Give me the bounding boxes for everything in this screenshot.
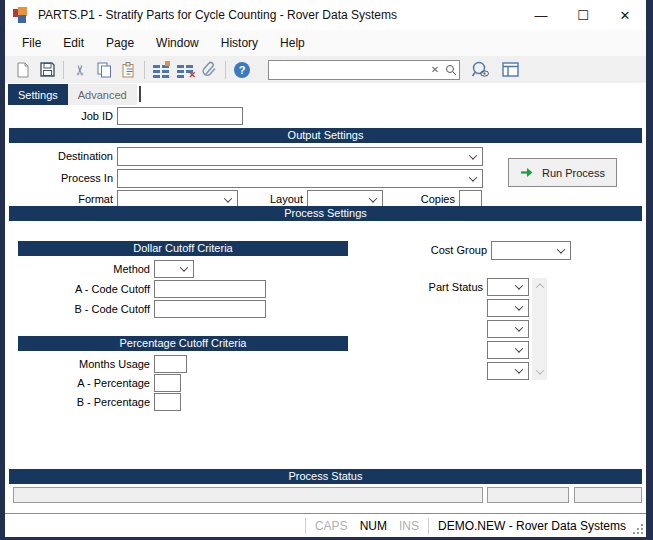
search-input[interactable] bbox=[269, 62, 427, 78]
copy-icon[interactable] bbox=[92, 59, 116, 81]
search-icon[interactable] bbox=[443, 64, 459, 76]
process-status-field-3 bbox=[574, 487, 642, 503]
scroll-down-icon[interactable] bbox=[535, 366, 543, 374]
run-process-button[interactable]: Run Process bbox=[508, 158, 617, 187]
menu-history[interactable]: History bbox=[210, 30, 269, 56]
process-status-header: Process Status bbox=[9, 469, 642, 484]
add-rows-icon[interactable] bbox=[149, 59, 173, 81]
part-status-dropdown-4[interactable] bbox=[487, 341, 529, 359]
form-area: Job ID Output Settings Destination Proce… bbox=[5, 105, 646, 513]
part-status-label: Part Status bbox=[335, 278, 483, 296]
menu-page[interactable]: Page bbox=[95, 30, 145, 56]
tab-bar: Settings Advanced bbox=[5, 83, 646, 105]
part-status-dropdown-5[interactable] bbox=[487, 362, 529, 380]
menu-help[interactable]: Help bbox=[269, 30, 316, 56]
form-layout-icon[interactable] bbox=[498, 59, 522, 81]
process-status-field-main bbox=[13, 487, 483, 503]
a-code-cutoff-input[interactable] bbox=[154, 280, 266, 298]
a-code-cutoff-label: A - Code Cutoff bbox=[5, 280, 150, 298]
menu-bar: File Edit Page Window History Help bbox=[5, 30, 646, 56]
title-bar: PARTS.P1 - Stratify Parts for Cycle Coun… bbox=[5, 0, 646, 30]
cost-group-dropdown[interactable] bbox=[491, 241, 571, 260]
statusbar-context: DEMO.NEW - Rover Data Systems bbox=[432, 519, 632, 533]
a-percentage-input[interactable] bbox=[154, 374, 181, 392]
job-id-input[interactable] bbox=[117, 107, 243, 125]
part-status-dropdown-2[interactable] bbox=[487, 299, 529, 317]
a-percentage-label: A - Percentage bbox=[5, 374, 150, 392]
run-arrow-icon bbox=[520, 167, 535, 178]
app-icon bbox=[13, 7, 29, 23]
process-settings-header: Process Settings bbox=[9, 206, 642, 221]
part-status-scrollbar[interactable] bbox=[532, 278, 547, 380]
app-window: PARTS.P1 - Stratify Parts for Cycle Coun… bbox=[5, 0, 646, 537]
months-usage-input[interactable] bbox=[154, 355, 187, 373]
process-in-label: Process In bbox=[5, 169, 113, 187]
toolbar-separator bbox=[225, 61, 226, 79]
method-dropdown[interactable] bbox=[154, 260, 194, 278]
help-icon[interactable]: ? bbox=[230, 59, 254, 81]
b-percentage-label: B - Percentage bbox=[5, 393, 150, 411]
caps-indicator: CAPS bbox=[309, 519, 354, 533]
toolbar-separator bbox=[63, 61, 64, 79]
paste-icon[interactable] bbox=[116, 59, 140, 81]
dollar-cutoff-header: Dollar Cutoff Criteria bbox=[18, 241, 348, 256]
b-code-cutoff-input[interactable] bbox=[154, 300, 266, 318]
resize-grip[interactable] bbox=[632, 523, 644, 535]
close-icon[interactable]: ✕ bbox=[604, 0, 646, 30]
delete-rows-icon[interactable]: ✕ bbox=[173, 59, 197, 81]
toolbar-separator bbox=[144, 61, 145, 79]
statusbar-separator bbox=[305, 518, 306, 534]
cut-icon[interactable]: ✂ bbox=[68, 59, 92, 81]
process-in-dropdown[interactable] bbox=[117, 169, 483, 188]
output-settings-header: Output Settings bbox=[9, 128, 642, 143]
scroll-up-icon[interactable] bbox=[535, 283, 543, 291]
menu-window[interactable]: Window bbox=[145, 30, 210, 56]
clear-search-icon[interactable]: ✕ bbox=[427, 64, 443, 75]
run-process-label: Run Process bbox=[542, 167, 605, 179]
process-status-field-2 bbox=[487, 487, 569, 503]
save-icon[interactable] bbox=[35, 59, 59, 81]
percentage-cutoff-header: Percentage Cutoff Criteria bbox=[18, 336, 348, 351]
menu-file[interactable]: File bbox=[11, 30, 52, 56]
b-code-cutoff-label: B - Code Cutoff bbox=[5, 300, 150, 318]
toolbar: ✂ ✕ ? ✕ bbox=[5, 56, 646, 83]
toolbar-search: ✕ bbox=[268, 60, 460, 80]
destination-dropdown[interactable] bbox=[117, 147, 483, 166]
maximize-icon[interactable]: ☐ bbox=[562, 0, 604, 30]
menu-edit[interactable]: Edit bbox=[52, 30, 95, 56]
months-usage-label: Months Usage bbox=[5, 355, 150, 373]
minimize-icon[interactable]: — bbox=[520, 0, 562, 30]
part-status-dropdown-3[interactable] bbox=[487, 320, 529, 338]
attachments-icon[interactable] bbox=[197, 59, 221, 81]
statusbar-separator bbox=[428, 518, 429, 534]
ins-indicator: INS bbox=[393, 519, 425, 533]
job-id-label: Job ID bbox=[5, 107, 113, 125]
part-status-dropdown-1[interactable] bbox=[487, 278, 529, 296]
b-percentage-input[interactable] bbox=[154, 393, 181, 411]
tab-advanced[interactable]: Advanced bbox=[68, 84, 137, 105]
tab-separator bbox=[139, 86, 141, 102]
destination-label: Destination bbox=[5, 147, 113, 165]
tab-settings[interactable]: Settings bbox=[8, 84, 68, 105]
num-indicator: NUM bbox=[354, 519, 393, 533]
status-bar: CAPS NUM INS DEMO.NEW - Rover Data Syste… bbox=[5, 513, 646, 537]
window-title: PARTS.P1 - Stratify Parts for Cycle Coun… bbox=[38, 8, 397, 22]
method-label: Method bbox=[5, 260, 150, 278]
cost-group-label: Cost Group bbox=[335, 241, 487, 259]
new-document-icon[interactable] bbox=[11, 59, 35, 81]
lookup-icon[interactable] bbox=[468, 59, 492, 81]
